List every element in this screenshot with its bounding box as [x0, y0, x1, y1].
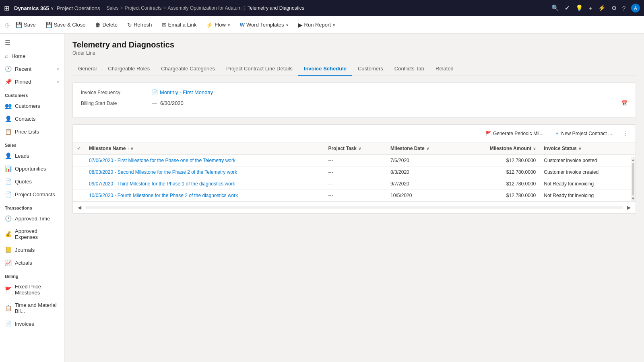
home-icon: ⌂ [5, 53, 8, 59]
waffle-icon[interactable]: ⊞ [4, 4, 9, 12]
status-dot-icon: ◷ [5, 22, 10, 28]
tab-invoice-schedule[interactable]: Invoice Schedule [298, 62, 352, 76]
row-checkbox[interactable] [73, 167, 85, 178]
sidebar-item-leads[interactable]: 👤 Leads [0, 149, 64, 162]
invoice-status-cell: Customer invoice posted [540, 155, 636, 167]
milestones-table: ✔ Milestone Name ↑ ∨ [73, 142, 636, 202]
scroll-down-arrow[interactable]: ▼ [631, 196, 635, 201]
scroll-track[interactable] [85, 206, 623, 209]
app-name[interactable]: Dynamics 365 ∨ [14, 5, 54, 11]
calendar-icon[interactable]: 📅 [621, 100, 627, 106]
breadcrumb-project-contracts[interactable]: Project Contracts [124, 5, 161, 11]
sidebar-item-pinned[interactable]: 📌 Pinned ∨ [0, 75, 64, 88]
sidebar-item-price-lists[interactable]: 📋 Price Lists [0, 125, 64, 138]
scroll-up-arrow[interactable]: ▲ [631, 158, 635, 162]
generate-periodic-milestones-button[interactable]: 🚩 Generate Periodic Mil... [481, 129, 547, 138]
table-row[interactable]: 08/03/2020 - Second Milestone for the Ph… [73, 167, 636, 178]
breadcrumb: Sales > Project Contracts > Assembly Opt… [106, 5, 304, 11]
sidebar-item-approved-time[interactable]: 🕐 Approved Time [0, 212, 64, 225]
invoice-status-cell: Not Ready for invoicing [540, 190, 636, 202]
table-row[interactable]: 10/05/2020 - Fourth Milestone for the Ph… [73, 190, 636, 202]
milestone-date-cell: 10/5/2020 [386, 190, 457, 202]
sidebar-item-quotes[interactable]: 📄 Quotes [0, 175, 64, 188]
scroll-left-arrow[interactable]: ◀ [75, 204, 84, 212]
tab-chargeable-categories[interactable]: Chargeable Categories [155, 62, 221, 76]
table-wrapper: ✔ Milestone Name ↑ ∨ [73, 142, 636, 202]
save-close-icon: 💾 [45, 22, 52, 28]
billing-start-date-dash: — [152, 100, 157, 106]
scroll-right-arrow[interactable]: ▶ [625, 204, 633, 212]
th-milestone-date[interactable]: Milestone Date ∨ [386, 142, 457, 155]
sidebar-item-actuals[interactable]: 📈 Actuals [0, 256, 64, 269]
sidebar-item-recent[interactable]: 🕐 Recent ∨ [0, 62, 64, 75]
project-contracts-icon: 📄 [5, 191, 12, 197]
milestone-name-cell[interactable]: 08/03/2020 - Second Milestone for the Ph… [85, 167, 324, 178]
price-lists-icon: 📋 [5, 128, 12, 135]
sidebar-item-customers[interactable]: 👥 Customers [0, 99, 64, 112]
save-button[interactable]: 💾 Save [11, 20, 40, 30]
plus-icon[interactable]: + [589, 5, 592, 12]
row-checkbox[interactable] [73, 155, 85, 167]
delete-button[interactable]: 🗑 Delete [91, 20, 122, 30]
new-project-contract-button[interactable]: ＋ New Project Contract ... [551, 128, 616, 139]
sidebar-item-approved-expenses[interactable]: 💰 Approved Expenses [0, 225, 64, 243]
tab-customers[interactable]: Customers [352, 62, 389, 76]
settings-icon[interactable]: ⚙ [611, 4, 617, 12]
table-row[interactable]: 07/06/2020 - First Milestone for the Pha… [73, 155, 636, 167]
sidebar-item-contacts[interactable]: 👤 Contacts [0, 112, 64, 125]
tab-project-contract-line-details[interactable]: Project Contract Line Details [221, 62, 298, 76]
grid-more-options-button[interactable]: ⋮ [619, 128, 631, 139]
run-report-button[interactable]: ▶ Run Report ∨ [294, 20, 339, 30]
breadcrumb-assembly[interactable]: Assembly Optimization for Adatum [168, 5, 242, 11]
sidebar-item-fixed-price-milestones[interactable]: 🚩 Fixed Price Milestones [0, 280, 64, 299]
breadcrumb-sales[interactable]: Sales [106, 5, 118, 11]
billing-start-date-row: Billing Start Date — 6/30/2020 📅 [81, 100, 627, 106]
help-icon[interactable]: ? [622, 5, 625, 12]
word-templates-button[interactable]: W Word Templates ∨ [236, 20, 293, 30]
milestone-amount-cell: $12,780.0000 [457, 190, 540, 202]
invoice-frequency-link-icon: 📄 [152, 89, 158, 95]
run-report-chevron-icon: ∨ [332, 23, 335, 27]
th-milestone-amount[interactable]: Milestone Amount ∨ [457, 142, 540, 155]
th-milestone-name[interactable]: Milestone Name ↑ ∨ [85, 142, 324, 155]
email-link-button[interactable]: ✉ Email a Link [158, 20, 201, 30]
milestone-name-cell[interactable]: 09/07/2020 - Third Milestone for the Pha… [85, 178, 324, 190]
milestone-name-cell[interactable]: 10/05/2020 - Fourth Milestone for the Ph… [85, 190, 324, 202]
refresh-button[interactable]: ↻ Refresh [123, 20, 156, 30]
row-checkbox[interactable] [73, 190, 85, 202]
sidebar-item-project-contracts[interactable]: 📄 Project Contracts [0, 188, 64, 201]
filter-icon[interactable]: ⚡ [598, 4, 606, 12]
row-checkbox[interactable] [73, 178, 85, 190]
th-checkbox[interactable]: ✔ [73, 142, 85, 155]
invoice-frequency-value[interactable]: 📄 Monthly - First Monday [152, 89, 213, 95]
tab-general[interactable]: General [72, 62, 102, 76]
sidebar-item-time-material-billing[interactable]: 📋 Time and Material Bil... [0, 299, 64, 317]
check-icon[interactable]: ✔ [565, 4, 570, 12]
lightbulb-icon[interactable]: 💡 [576, 4, 583, 12]
new-icon: ＋ [555, 130, 559, 137]
vertical-scrollbar[interactable]: ▲ ▼ [631, 157, 636, 202]
grid-section: 🚩 Generate Periodic Mil... ＋ New Project… [72, 124, 636, 214]
th-project-task[interactable]: Project Task ∨ [324, 142, 386, 155]
sidebar-toggle-button[interactable]: ☰ [0, 35, 64, 49]
tab-chargeable-roles[interactable]: Chargeable Roles [102, 62, 155, 76]
flow-button[interactable]: ⚡ Flow ∨ [202, 20, 234, 30]
tab-conflicts-tab[interactable]: Conflicts Tab [389, 62, 430, 76]
profile-icon[interactable]: A [631, 4, 640, 12]
sidebar-group-customers: Customers [0, 88, 64, 99]
scroll-thumb[interactable] [632, 163, 634, 195]
table-row[interactable]: 09/07/2020 - Third Milestone for the Pha… [73, 178, 636, 190]
th-invoice-status[interactable]: Invoice Status ∨ [540, 142, 636, 155]
top-nav-right: 🔍 ✔ 💡 + ⚡ ⚙ ? A [551, 4, 640, 12]
save-close-button[interactable]: 💾 Save & Close [41, 20, 90, 30]
sidebar-item-journals[interactable]: 📒 Journals [0, 243, 64, 256]
billing-start-date-value: 6/30/2020 [160, 100, 184, 106]
tab-related[interactable]: Related [430, 62, 459, 76]
sidebar-item-home[interactable]: ⌂ Home [0, 49, 64, 62]
sidebar-item-invoices[interactable]: 📄 Invoices [0, 317, 64, 330]
search-icon[interactable]: 🔍 [551, 4, 559, 12]
milestone-name-cell[interactable]: 07/06/2020 - First Milestone for the Pha… [85, 155, 324, 167]
customers-icon: 👥 [5, 103, 12, 109]
sidebar-item-opportunities[interactable]: 📊 Opportunities [0, 162, 64, 175]
table-header-row: ✔ Milestone Name ↑ ∨ [73, 142, 636, 155]
